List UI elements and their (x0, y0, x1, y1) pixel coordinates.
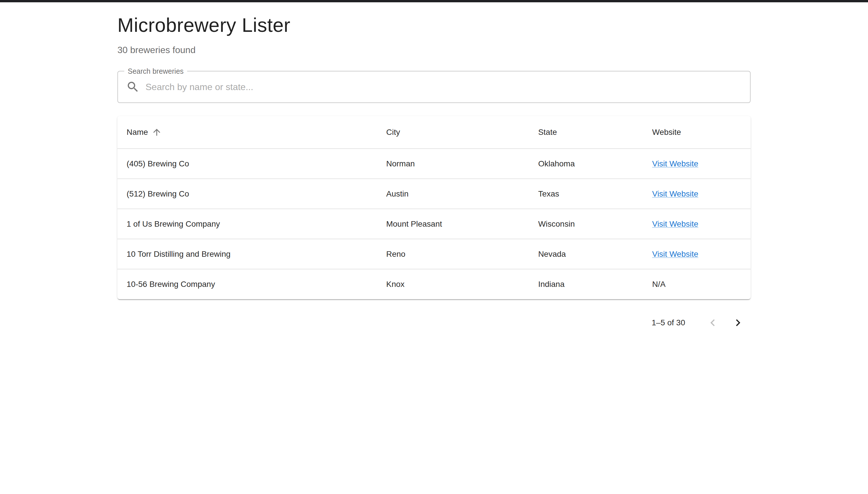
search-input[interactable] (145, 72, 742, 102)
column-header-city: City (377, 116, 529, 149)
sort-ascending-icon (151, 127, 162, 137)
brewery-state: Wisconsin (529, 209, 643, 239)
search-field-label: Search breweries (124, 67, 187, 75)
brewery-state: Indiana (529, 269, 643, 299)
column-header-name-sort[interactable]: Name (127, 127, 162, 137)
table-row: 10-56 Brewing Company Knox Indiana N/A (117, 269, 751, 299)
column-header-state: State (529, 116, 643, 149)
visit-website-link[interactable]: Visit Website (652, 159, 698, 168)
brewery-name: 10 Torr Distilling and Brewing (117, 239, 377, 269)
browser-top-bar (0, 0, 868, 2)
brewery-city: Austin (377, 179, 529, 209)
brewery-name: 1 of Us Brewing Company (117, 209, 377, 239)
table-row: 1 of Us Brewing Company Mount Pleasant W… (117, 209, 751, 239)
visit-website-link[interactable]: Visit Website (652, 250, 698, 259)
table-row: (405) Brewing Co Norman Oklahoma Visit W… (117, 149, 751, 179)
search-icon (126, 80, 140, 94)
brewery-city: Mount Pleasant (377, 209, 529, 239)
column-header-website: Website (643, 116, 751, 149)
brewery-city: Knox (377, 269, 529, 299)
search-field: Search breweries (117, 71, 751, 103)
column-header-name-label: Name (127, 128, 148, 137)
pagination-bar: 1–5 of 30 (117, 308, 751, 338)
main-container: Microbrewery Lister 30 breweries found S… (117, 13, 751, 338)
brewery-state: Oklahoma (529, 149, 643, 179)
result-count-text: 30 breweries found (117, 44, 751, 55)
brewery-name: (512) Brewing Co (117, 179, 377, 209)
table-row: (512) Brewing Co Austin Texas Visit Webs… (117, 179, 751, 209)
previous-page-button[interactable] (700, 310, 725, 335)
brewery-name: 10-56 Brewing Company (117, 269, 377, 299)
visit-website-link[interactable]: Visit Website (652, 220, 698, 228)
no-website-text: N/A (652, 280, 666, 289)
brewery-state: Nevada (529, 239, 643, 269)
breweries-table-card: Name City State Website (405) Brewing Co… (117, 116, 751, 299)
chevron-right-icon (731, 316, 745, 330)
brewery-city: Norman (377, 149, 529, 179)
chevron-left-icon (706, 316, 720, 330)
next-page-button[interactable] (725, 310, 751, 335)
brewery-name: (405) Brewing Co (117, 149, 377, 179)
breweries-table: Name City State Website (405) Brewing Co… (117, 116, 751, 299)
table-header-row: Name City State Website (117, 116, 751, 149)
pagination-range-label: 1–5 of 30 (651, 318, 685, 327)
visit-website-link[interactable]: Visit Website (652, 189, 698, 198)
table-row: 10 Torr Distilling and Brewing Reno Neva… (117, 239, 751, 269)
brewery-state: Texas (529, 179, 643, 209)
page-title: Microbrewery Lister (117, 13, 751, 37)
brewery-city: Reno (377, 239, 529, 269)
